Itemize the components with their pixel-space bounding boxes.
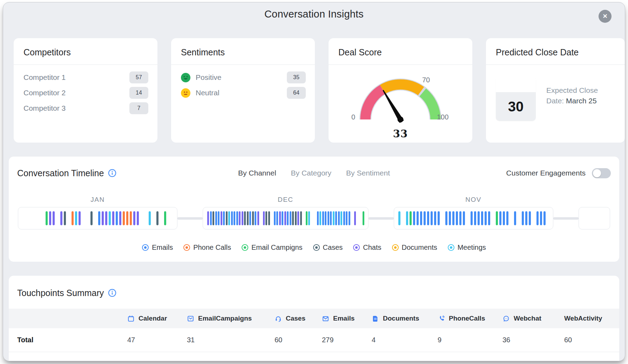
- activity-bar: [481, 211, 483, 225]
- activity-bar: [72, 211, 74, 225]
- timeline-activity-box: [579, 207, 610, 229]
- conversation-insights-modal: Conversation Insights ✕ Competitors Comp…: [3, 2, 625, 361]
- activity-bar: [343, 211, 345, 225]
- sentiment-left: Positive: [181, 73, 222, 82]
- tab-by-category[interactable]: By Category: [291, 169, 332, 177]
- activity-bar: [536, 211, 539, 225]
- legend-item-meetings[interactable]: Meetings: [448, 243, 486, 252]
- close-icon: ✕: [602, 13, 607, 20]
- legend-item-email-campigns[interactable]: Email Campigns: [242, 243, 303, 252]
- expected-close-value: March 25: [566, 97, 597, 105]
- tab-by-channel[interactable]: By Channel: [238, 169, 276, 177]
- activity-bar: [459, 211, 461, 225]
- table-cell: –: [561, 352, 619, 361]
- activity-bar: [226, 211, 228, 225]
- predicted-close-date-title: Predicted Close Date: [486, 38, 625, 64]
- column-header-phonecalls: PhoneCalls: [435, 309, 500, 328]
- deal-score-card: Deal Score 0 70 100 33: [329, 38, 472, 143]
- timeline-title-group: Conversation Timeline: [17, 168, 116, 178]
- activity-bar: [228, 211, 230, 225]
- activity-bar: [282, 211, 283, 225]
- activity-bar: [215, 211, 217, 225]
- info-icon[interactable]: [108, 169, 116, 177]
- legend-dot-core: [185, 246, 188, 249]
- sentiments-title: Sentiments: [171, 38, 315, 64]
- table-cell: –: [369, 352, 435, 361]
- month-label: DEC: [203, 196, 369, 207]
- legend-item-phone-calls[interactable]: Phone Calls: [183, 243, 231, 252]
- month-label: JAN: [18, 196, 177, 207]
- timeline-month-jan: JAN: [18, 196, 177, 229]
- activity-bar: [525, 211, 527, 225]
- legend-item-emails[interactable]: Emails: [142, 243, 173, 252]
- sentiment-row: Positive35: [181, 70, 306, 85]
- activity-bar: [463, 211, 465, 225]
- activity-bar: [105, 211, 107, 225]
- activity-bar: [340, 211, 342, 225]
- activity-bar: [363, 211, 364, 225]
- table-cell: 47: [124, 328, 184, 352]
- activity-bar: [417, 211, 419, 225]
- activity-bar: [308, 211, 310, 225]
- positive-smiley-icon: [181, 73, 190, 82]
- activity-bar: [236, 211, 238, 225]
- conversation-timeline-section: Conversation Timeline By ChannelBy Categ…: [9, 157, 619, 262]
- activity-bar: [297, 211, 299, 225]
- legend-dot-core: [355, 246, 358, 249]
- activity-bar: [64, 211, 66, 225]
- activity-bar: [90, 211, 93, 225]
- predicted-close-body: January 30 Expected Close Date: March 25: [486, 65, 625, 121]
- legend-dot-core: [244, 246, 246, 249]
- activity-bar: [478, 211, 480, 225]
- competitor-row: Competitor 37: [23, 101, 148, 116]
- activity-bar: [354, 211, 356, 225]
- activity-bar: [279, 211, 281, 225]
- activity-bar: [263, 211, 265, 225]
- legend-dot-core: [450, 246, 452, 249]
- activity-bar: [109, 211, 111, 225]
- timeline-activity-box: [18, 207, 177, 229]
- competitor-count-badge: 57: [129, 71, 148, 83]
- activity-bar: [306, 211, 308, 225]
- sentiment-label: Positive: [196, 73, 222, 82]
- table-cell: 279: [319, 328, 369, 352]
- close-button[interactable]: ✕: [599, 10, 612, 23]
- activity-bar: [488, 211, 490, 225]
- activity-bar: [514, 211, 516, 225]
- activity-bar: [327, 211, 329, 225]
- activity-bar: [265, 211, 267, 225]
- legend-item-chats[interactable]: Chats: [353, 243, 381, 252]
- timeline-tabs: By ChannelBy CategoryBy Sentiment: [238, 169, 390, 177]
- activity-bar: [420, 211, 422, 225]
- info-icon[interactable]: [108, 289, 116, 297]
- column-header-emailcampaigns: EmailCampaigns: [184, 309, 272, 328]
- sentiment-row: Neutral64: [181, 85, 306, 101]
- activity-bar: [133, 211, 135, 225]
- touchpoints-header: Touchpoints Summary: [9, 286, 619, 300]
- activity-bar: [317, 211, 319, 225]
- month-label: NOV: [394, 196, 553, 207]
- table-cell: 31: [184, 328, 272, 352]
- competitors-list: Competitor 157Competitor 214Competitor 3…: [14, 65, 157, 116]
- column-header-emails: Emails: [319, 309, 369, 328]
- activity-bar: [75, 211, 77, 225]
- legend-label: Emails: [152, 243, 173, 252]
- tab-by-sentiment[interactable]: By Sentiment: [346, 169, 390, 177]
- activity-bar: [239, 211, 241, 225]
- activity-bar: [438, 211, 440, 225]
- legend-item-cases[interactable]: Cases: [313, 243, 343, 252]
- table-cell: –: [319, 352, 369, 361]
- legend-label: Email Campigns: [251, 243, 303, 252]
- customer-engagements-toggle[interactable]: [592, 168, 611, 178]
- gauge-mid-label: 70: [422, 76, 430, 84]
- activity-bar: [503, 211, 505, 225]
- legend-dot-core: [315, 246, 318, 249]
- activity-bar: [212, 211, 214, 225]
- column-label: PhoneCalls: [449, 315, 485, 322]
- calendar-icon: [127, 315, 135, 322]
- activity-bar: [242, 211, 243, 225]
- activity-bar: [102, 211, 104, 225]
- legend-item-documents[interactable]: Documents: [392, 243, 437, 252]
- activity-bar: [424, 211, 426, 225]
- activity-bar: [130, 211, 132, 225]
